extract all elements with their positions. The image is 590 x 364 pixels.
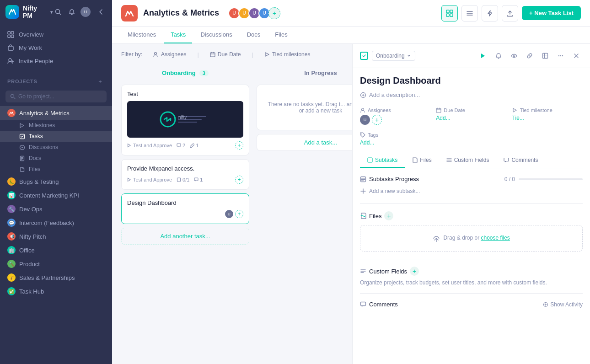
link-btn[interactable] <box>523 49 536 62</box>
app-logo[interactable]: Nifty PM ▾ <box>5 5 53 19</box>
subnav-files[interactable]: Files <box>0 164 112 175</box>
subtasks-progress-text: 0 / 0 <box>504 176 515 182</box>
subnav-discussions[interactable]: Discussions <box>0 142 112 153</box>
bell-icon[interactable] <box>66 6 77 17</box>
add-project-btn[interactable]: + <box>96 77 105 86</box>
sidebar-item-overview[interactable]: Overview <box>0 28 112 41</box>
filter-label: Filter by: <box>121 51 142 58</box>
filter-milestones[interactable]: Tied milestones <box>261 49 314 59</box>
lightning-btn[interactable] <box>482 5 498 21</box>
svg-rect-23 <box>177 178 181 182</box>
eye-btn[interactable] <box>508 49 520 62</box>
tied-milestone-value[interactable]: Tie... <box>512 115 583 121</box>
filter-assignees[interactable]: Assignees <box>150 49 190 59</box>
project-item-bugs[interactable]: 🐛 Bugs & Testing <box>0 175 112 188</box>
due-date-value[interactable]: Add... <box>436 115 506 121</box>
tab-files[interactable]: Files <box>268 27 294 43</box>
avatar-icon[interactable]: U <box>80 6 91 17</box>
notification-btn[interactable] <box>492 49 505 62</box>
task-test-comments-count: 2 <box>182 143 185 148</box>
new-task-list-btn[interactable]: + New Task List <box>522 6 581 20</box>
add-another-task-btn[interactable]: Add another task... <box>121 228 249 245</box>
assignees-label-text: Assignees <box>368 107 391 113</box>
content-area: Filter by: Assignees | Due Date | Tied m… <box>112 44 590 364</box>
task-test-add-person[interactable]: + <box>235 141 243 150</box>
meta-assignees: Assignees U + <box>360 107 430 125</box>
project-item-analytics[interactable]: Analytics & Metrics <box>0 106 112 120</box>
detail-tab-subtasks-label: Subtasks <box>375 157 397 163</box>
task-card-test[interactable]: Test nifty <box>121 85 249 155</box>
task-mixpanel-add-person[interactable]: + <box>235 176 243 184</box>
custom-fields-add-btn[interactable]: + <box>410 267 419 276</box>
add-tag-btn[interactable]: Add... <box>360 139 583 146</box>
task-test-meta-label: Test and Approve <box>133 143 172 148</box>
filter-due-date[interactable]: Due Date <box>206 49 245 59</box>
task-mixpanel-meta-label: Test and Approve <box>133 177 172 182</box>
sidebar-item-mywork[interactable]: My Work <box>0 41 112 54</box>
sidebar-item-invite[interactable]: Invite People <box>0 54 112 68</box>
project-item-taskhub[interactable]: ✅ Task Hub <box>0 284 112 298</box>
tags-label-text: Tags <box>368 132 378 138</box>
add-subtask-btn[interactable]: Add a new subtask... <box>360 186 583 196</box>
task-design-add-person[interactable]: + <box>235 210 243 218</box>
svg-rect-13 <box>446 10 449 13</box>
task-complete-checkbox[interactable] <box>360 52 368 60</box>
tab-milestones[interactable]: Milestones <box>121 27 162 43</box>
add-task-inprogress-btn[interactable]: Add a task... <box>257 134 352 151</box>
column-onboarding-title: Onboarding <box>162 70 196 76</box>
project-item-office[interactable]: 🏢 Office <box>0 243 112 257</box>
choose-files-link[interactable]: choose files <box>481 235 510 241</box>
task-card-test-meta: Test and Approve 2 1 <box>127 143 231 148</box>
project-item-product[interactable]: 🔨 Product <box>0 257 112 271</box>
svg-rect-33 <box>436 108 441 112</box>
meta-tied-milestone: Tied milestone Tie... <box>512 107 583 125</box>
task-card-design-dashboard[interactable]: Design Dashboard U + <box>121 193 249 224</box>
tab-tasks[interactable]: Tasks <box>164 27 192 43</box>
subnav-tasks[interactable]: Tasks <box>0 131 112 142</box>
sidebar-collapse-btn[interactable] <box>96 6 107 17</box>
upload-btn[interactable] <box>502 5 518 21</box>
detail-tab-comments[interactable]: Comments <box>496 153 545 168</box>
table-btn[interactable] <box>539 49 552 62</box>
files-section: Files + Drag & drop or choose files <box>360 203 583 252</box>
close-btn[interactable] <box>570 49 583 62</box>
add-description-btn[interactable]: Add a description... <box>360 90 583 100</box>
svg-rect-14 <box>450 10 453 13</box>
add-assignee-btn[interactable]: + <box>372 115 382 125</box>
file-drop-zone[interactable]: Drag & drop or choose files <box>360 225 583 252</box>
project-item-content[interactable]: 📊 Content Marketing KPI <box>0 188 112 202</box>
columns: Onboarding 3 Test nifty <box>112 65 352 364</box>
project-search[interactable]: Go to project... <box>5 91 107 102</box>
project-item-devops[interactable]: 🔧 Dev Ops <box>0 202 112 216</box>
subnav-docs[interactable]: Docs <box>0 153 112 164</box>
sidebar-header: Nifty PM ▾ U <box>0 0 112 24</box>
add-user-topbar-btn[interactable]: + <box>268 7 280 19</box>
files-add-btn[interactable]: + <box>384 211 393 220</box>
detail-tab-custom-fields[interactable]: Custom Fields <box>439 153 497 168</box>
sidebar-item-invite-label: Invite People <box>19 58 53 64</box>
project-item-intercom[interactable]: 💬 Intercom (Feedback) <box>0 216 112 230</box>
column-onboarding-header: Onboarding 3 <box>121 65 249 81</box>
tab-discussions[interactable]: Discussions <box>194 27 238 43</box>
detail-tab-subtasks[interactable]: Subtasks <box>360 153 405 168</box>
column-onboarding-count: 3 <box>199 70 209 76</box>
project-item-sales[interactable]: 💰 Sales & Partnerships <box>0 271 112 284</box>
svg-rect-2 <box>8 32 11 34</box>
more-btn[interactable] <box>554 49 567 62</box>
column-inprogress-title: In Progress <box>304 70 337 76</box>
task-breadcrumb[interactable]: Onboarding <box>372 51 415 61</box>
search-icon[interactable] <box>53 6 64 17</box>
project-item-pitch[interactable]: 📢 Nifty Pitch <box>0 230 112 243</box>
project-label-product: Product <box>19 261 40 268</box>
list-view-btn[interactable] <box>461 5 478 21</box>
play-btn[interactable] <box>477 49 489 62</box>
tab-docs[interactable]: Docs <box>241 27 267 43</box>
svg-point-29 <box>560 55 561 56</box>
subnav-milestones[interactable]: Milestones <box>0 120 112 131</box>
show-activity-btn[interactable]: Show Activity <box>543 301 583 308</box>
task-card-mixpanel[interactable]: Provide Mixpanel access. Test and Approv… <box>121 159 249 190</box>
detail-tab-files[interactable]: Files <box>405 153 439 168</box>
analytics-subnav: Milestones Tasks Discussions Docs Files <box>0 120 112 175</box>
grid-view-btn[interactable] <box>441 5 458 21</box>
project-dot-taskhub: ✅ <box>7 287 16 295</box>
